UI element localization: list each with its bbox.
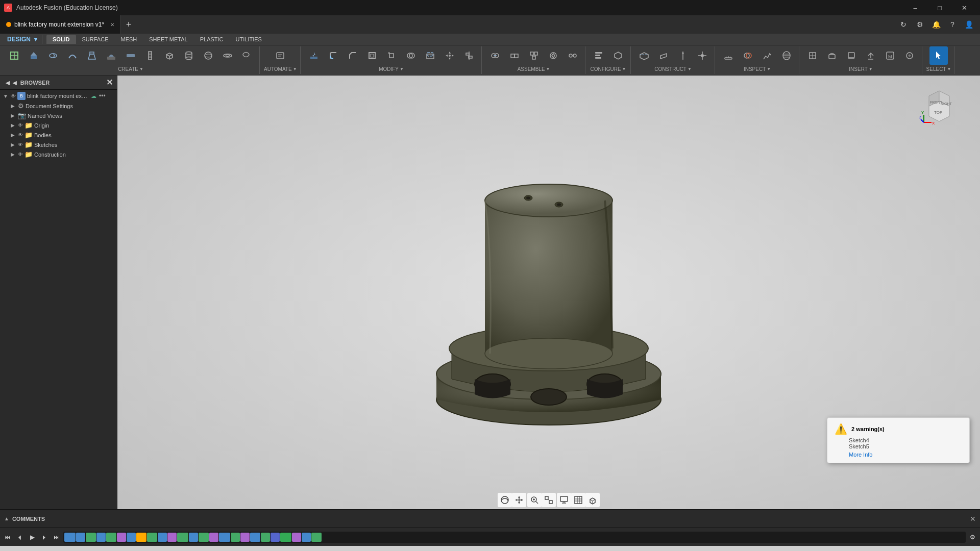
new-tab-button[interactable]: + [121, 15, 136, 34]
script-button[interactable] [271, 46, 289, 65]
tl-item-1[interactable] [64, 533, 76, 542]
origin-expand-icon[interactable]: ▶ [9, 122, 16, 128]
tree-item-named-views[interactable]: ▶ 📷 Named Views [0, 111, 117, 120]
tree-item-origin[interactable]: ▶ 👁 📁 Origin [0, 120, 117, 130]
plane-at-angle-button[interactable] [654, 46, 673, 65]
tl-item-17[interactable] [231, 533, 240, 542]
drive-joints-button[interactable] [544, 46, 562, 65]
tl-item-19[interactable] [250, 533, 260, 542]
active-tab[interactable]: blink factory mount extension v1* ✕ [0, 15, 121, 34]
chamfer-button[interactable] [344, 46, 362, 65]
comments-expand-icon[interactable]: ▲ [4, 516, 9, 521]
timeline-prev-button[interactable]: ⏴ [14, 532, 26, 543]
tab-mesh[interactable]: MESH [115, 35, 143, 44]
timeline-fastforward-button[interactable]: ⏭ [51, 532, 62, 543]
axis-button[interactable] [674, 46, 692, 65]
measure-button[interactable] [719, 46, 738, 65]
insert-arrow-button[interactable] [862, 46, 880, 65]
tab-utilities[interactable]: UTILITIES [230, 35, 268, 44]
extrude-button[interactable] [24, 46, 43, 65]
construction-expand-icon[interactable]: ▶ [9, 152, 16, 157]
tl-item-8[interactable] [136, 533, 146, 542]
tl-item-25[interactable] [311, 533, 322, 542]
offset-face-button[interactable] [421, 46, 439, 65]
comments-close-icon[interactable]: ✕ [970, 515, 976, 523]
cylinder-button[interactable] [180, 46, 198, 65]
pan-button[interactable] [512, 493, 526, 507]
grid-settings-button[interactable] [571, 493, 585, 507]
help-icon[interactable]: ? [945, 17, 960, 32]
tree-item-doc-settings[interactable]: ▶ ⚙ Document Settings [0, 101, 117, 111]
tl-item-15[interactable] [209, 533, 218, 542]
sketches-expand-icon[interactable]: ▶ [9, 142, 16, 147]
settings-icon[interactable]: ⚙ [913, 17, 927, 32]
bodies-expand-icon[interactable]: ▶ [9, 132, 16, 138]
tl-item-3[interactable] [86, 533, 96, 542]
motion-link-button[interactable] [564, 46, 582, 65]
notifications-icon[interactable]: 🔔 [929, 17, 943, 32]
tl-item-9[interactable] [147, 533, 157, 542]
timeline-settings-button[interactable]: ⚙ [967, 532, 978, 543]
move-button[interactable] [440, 46, 459, 65]
tl-item-2[interactable] [76, 533, 85, 542]
select-button[interactable] [929, 46, 948, 65]
thread-button[interactable] [141, 46, 159, 65]
tl-item-11[interactable] [167, 533, 177, 542]
view-cube[interactable]: TOP FRONT RIGHT X Y Z [919, 86, 960, 127]
as-built-joint-button[interactable] [505, 46, 524, 65]
emboss-button[interactable] [102, 46, 120, 65]
origin-eye-icon[interactable]: 👁 [18, 122, 23, 128]
tl-item-13[interactable] [189, 533, 198, 542]
create-group-label[interactable]: CREATE▼ [118, 66, 143, 72]
joint-button[interactable] [486, 46, 504, 65]
timeline-rewind-button[interactable]: ⏮ [2, 532, 13, 543]
tab-plastic[interactable]: PLASTIC [194, 35, 230, 44]
scale-button[interactable] [382, 46, 401, 65]
assemble-group-label[interactable]: ASSEMBLE▼ [518, 66, 550, 72]
construction-eye-icon[interactable]: 👁 [18, 152, 23, 157]
tree-item-sketches[interactable]: ▶ 👁 📁 Sketches [0, 140, 117, 149]
bodies-eye-icon[interactable]: 👁 [18, 132, 23, 138]
tl-item-18[interactable] [240, 533, 250, 542]
torus-button[interactable] [218, 46, 237, 65]
tl-item-5[interactable] [106, 533, 116, 542]
insert-group-label[interactable]: INSERT▼ [849, 66, 872, 72]
sweep-button[interactable] [63, 46, 82, 65]
insert-btn6[interactable] [900, 46, 919, 65]
tl-item-16[interactable] [219, 533, 230, 542]
close-button[interactable]: ✕ [952, 0, 976, 15]
loft-button[interactable] [83, 46, 101, 65]
minimize-button[interactable]: – [903, 0, 927, 15]
insert-mesh-button[interactable] [803, 46, 822, 65]
sketches-eye-icon[interactable]: 👁 [18, 142, 23, 147]
rigid-group-button[interactable] [525, 46, 543, 65]
root-expand-icon[interactable]: ▼ [2, 93, 9, 99]
automate-group-label[interactable]: AUTOMATE▼ [264, 66, 297, 72]
interference-button[interactable] [739, 46, 757, 65]
browser-collapse-icon[interactable]: ◄◄ [4, 79, 18, 87]
construct-group-label[interactable]: CONSTRUCT▼ [654, 66, 692, 72]
doc-settings-expand-icon[interactable]: ▶ [9, 103, 16, 109]
root-dots-icon[interactable]: ••• [99, 92, 106, 99]
fillet-button[interactable] [324, 46, 342, 65]
orbit-button[interactable] [498, 493, 512, 507]
tl-item-12[interactable] [177, 533, 188, 542]
named-views-expand-icon[interactable]: ▶ [9, 113, 16, 118]
offset-plane-button[interactable] [635, 46, 653, 65]
tab-sheet-metal[interactable]: SHEET METAL [143, 35, 193, 44]
modify-group-label[interactable]: MODIFY▼ [379, 66, 404, 72]
tree-item-bodies[interactable]: ▶ 👁 📁 Bodies [0, 130, 117, 140]
timeline-play-button[interactable]: ▶ [27, 532, 38, 543]
timeline-track[interactable] [63, 532, 966, 543]
tl-item-22[interactable] [280, 533, 291, 542]
thicken-button[interactable] [121, 46, 140, 65]
insert-svg-button[interactable] [823, 46, 841, 65]
configure-btn2[interactable] [609, 46, 627, 65]
tl-item-21[interactable] [271, 533, 280, 542]
tab-close-button[interactable]: ✕ [110, 22, 114, 28]
account-icon[interactable]: 👤 [962, 17, 976, 32]
box-button[interactable] [160, 46, 179, 65]
viewcube-toggle-button[interactable] [585, 493, 600, 507]
root-eye-icon[interactable]: 👁 [11, 93, 16, 99]
tl-item-24[interactable] [302, 533, 311, 542]
